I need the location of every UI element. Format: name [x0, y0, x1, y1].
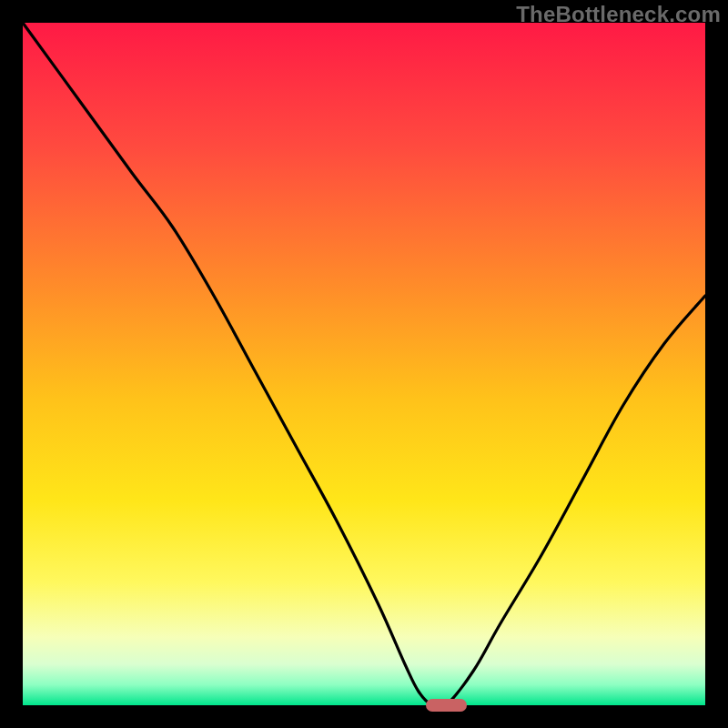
chart-frame: TheBottleneck.com [0, 0, 728, 728]
bottleneck-curve [23, 23, 705, 705]
optimal-marker [426, 699, 467, 712]
watermark-text: TheBottleneck.com [516, 2, 721, 27]
plot-area [23, 23, 705, 705]
